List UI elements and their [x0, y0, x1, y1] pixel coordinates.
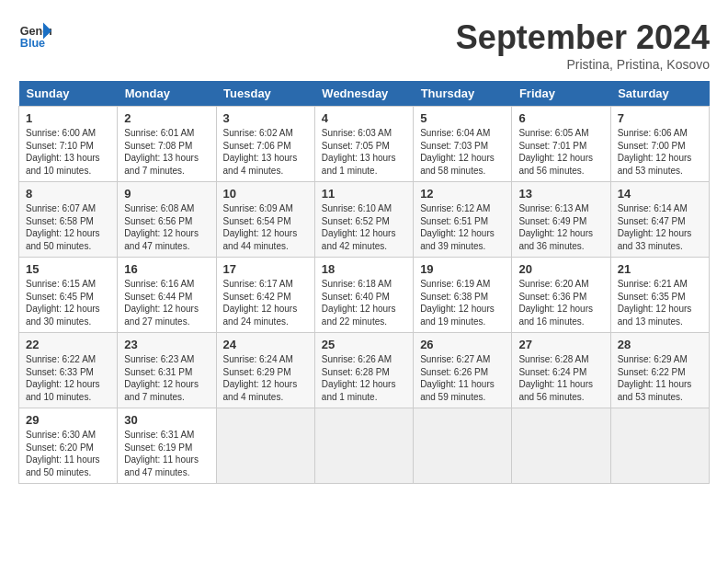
day-info: Sunrise: 6:30 AMSunset: 6:20 PMDaylight:…: [26, 429, 110, 478]
calendar-cell: 2Sunrise: 6:01 AMSunset: 7:08 PMDaylight…: [118, 107, 216, 182]
header-cell-tuesday: Tuesday: [216, 81, 314, 107]
day-info: Sunrise: 6:02 AMSunset: 7:06 PMDaylight:…: [223, 127, 308, 177]
day-info: Sunrise: 6:13 AMSunset: 6:49 PMDaylight:…: [518, 202, 603, 252]
logo: General Blue: [18, 18, 51, 52]
day-info: Sunrise: 6:12 AMSunset: 6:51 PMDaylight:…: [420, 202, 505, 252]
day-number: 28: [618, 338, 702, 351]
calendar-cell: 9Sunrise: 6:08 AMSunset: 6:56 PMDaylight…: [118, 182, 216, 258]
day-number: 5: [420, 111, 505, 125]
day-info: Sunrise: 6:08 AMSunset: 6:56 PMDaylight:…: [124, 202, 209, 252]
day-info: Sunrise: 6:05 AMSunset: 7:01 PMDaylight:…: [518, 127, 603, 177]
day-info: Sunrise: 6:20 AMSunset: 6:36 PMDaylight:…: [518, 278, 603, 327]
day-number: 27: [518, 338, 603, 351]
calendar-cell: 7Sunrise: 6:06 AMSunset: 7:00 PMDaylight…: [610, 107, 709, 182]
calendar-cell: 18Sunrise: 6:18 AMSunset: 6:40 PMDayligh…: [314, 258, 413, 333]
calendar-cell: 10Sunrise: 6:09 AMSunset: 6:54 PMDayligh…: [216, 182, 314, 258]
day-number: 16: [124, 262, 209, 276]
day-info: Sunrise: 6:29 AMSunset: 6:22 PMDaylight:…: [618, 353, 702, 403]
day-number: 11: [322, 187, 406, 201]
calendar-cell: [610, 408, 709, 484]
day-number: 29: [26, 413, 110, 427]
day-number: 21: [618, 262, 702, 276]
day-info: Sunrise: 6:17 AMSunset: 6:42 PMDaylight:…: [223, 278, 308, 327]
calendar-cell: [314, 408, 413, 484]
calendar-cell: 4Sunrise: 6:03 AMSunset: 7:05 PMDaylight…: [314, 107, 413, 182]
logo-icon: General Blue: [18, 18, 51, 52]
day-number: 13: [518, 187, 603, 201]
header-cell-sunday: Sunday: [19, 81, 118, 107]
calendar-cell: 3Sunrise: 6:02 AMSunset: 7:06 PMDaylight…: [216, 107, 314, 182]
day-number: 25: [322, 338, 406, 351]
day-info: Sunrise: 6:06 AMSunset: 7:00 PMDaylight:…: [618, 127, 702, 177]
day-number: 3: [223, 111, 308, 125]
calendar-cell: [414, 408, 512, 484]
day-info: Sunrise: 6:27 AMSunset: 6:26 PMDaylight:…: [420, 353, 505, 403]
calendar-cell: [512, 408, 610, 484]
calendar-cell: 12Sunrise: 6:12 AMSunset: 6:51 PMDayligh…: [414, 182, 512, 258]
calendar-table: SundayMondayTuesdayWednesdayThursdayFrid…: [18, 81, 710, 484]
calendar-cell: 21Sunrise: 6:21 AMSunset: 6:35 PMDayligh…: [610, 258, 709, 333]
calendar-cell: 30Sunrise: 6:31 AMSunset: 6:19 PMDayligh…: [118, 408, 216, 484]
header-cell-friday: Friday: [512, 81, 610, 107]
day-number: 2: [124, 111, 209, 125]
calendar-week-row: 22Sunrise: 6:22 AMSunset: 6:33 PMDayligh…: [19, 333, 710, 408]
day-number: 20: [518, 262, 603, 276]
calendar-week-row: 29Sunrise: 6:30 AMSunset: 6:20 PMDayligh…: [19, 408, 710, 484]
day-number: 14: [618, 187, 702, 201]
header-cell-wednesday: Wednesday: [314, 81, 413, 107]
calendar-cell: 26Sunrise: 6:27 AMSunset: 6:26 PMDayligh…: [414, 333, 512, 408]
day-info: Sunrise: 6:09 AMSunset: 6:54 PMDaylight:…: [223, 202, 308, 252]
day-info: Sunrise: 6:07 AMSunset: 6:58 PMDaylight:…: [26, 202, 110, 252]
calendar-cell: 6Sunrise: 6:05 AMSunset: 7:01 PMDaylight…: [512, 107, 610, 182]
calendar-cell: [216, 408, 314, 484]
calendar-cell: 19Sunrise: 6:19 AMSunset: 6:38 PMDayligh…: [414, 258, 512, 333]
day-number: 19: [420, 262, 505, 276]
day-info: Sunrise: 6:15 AMSunset: 6:45 PMDaylight:…: [26, 278, 110, 327]
day-info: Sunrise: 6:16 AMSunset: 6:44 PMDaylight:…: [124, 278, 209, 327]
day-number: 23: [124, 338, 209, 351]
day-info: Sunrise: 6:31 AMSunset: 6:19 PMDaylight:…: [124, 429, 209, 478]
day-number: 7: [618, 111, 702, 125]
day-number: 10: [223, 187, 308, 201]
day-number: 22: [26, 338, 110, 351]
day-number: 4: [322, 111, 406, 125]
calendar-cell: 11Sunrise: 6:10 AMSunset: 6:52 PMDayligh…: [314, 182, 413, 258]
day-info: Sunrise: 6:10 AMSunset: 6:52 PMDaylight:…: [322, 202, 406, 252]
calendar-cell: 23Sunrise: 6:23 AMSunset: 6:31 PMDayligh…: [118, 333, 216, 408]
calendar-cell: 27Sunrise: 6:28 AMSunset: 6:24 PMDayligh…: [512, 333, 610, 408]
calendar-cell: 8Sunrise: 6:07 AMSunset: 6:58 PMDaylight…: [19, 182, 118, 258]
calendar-cell: 22Sunrise: 6:22 AMSunset: 6:33 PMDayligh…: [19, 333, 118, 408]
day-number: 15: [26, 262, 110, 276]
day-number: 8: [26, 187, 110, 201]
day-info: Sunrise: 6:23 AMSunset: 6:31 PMDaylight:…: [124, 353, 209, 403]
day-number: 26: [420, 338, 505, 351]
day-number: 1: [26, 111, 110, 125]
calendar-cell: 14Sunrise: 6:14 AMSunset: 6:47 PMDayligh…: [610, 182, 709, 258]
day-number: 17: [223, 262, 308, 276]
day-info: Sunrise: 6:04 AMSunset: 7:03 PMDaylight:…: [420, 127, 505, 177]
calendar-cell: 15Sunrise: 6:15 AMSunset: 6:45 PMDayligh…: [19, 258, 118, 333]
day-number: 30: [124, 413, 209, 427]
page-header: General Blue September 2024 Pristina, Pr…: [18, 18, 710, 72]
day-info: Sunrise: 6:26 AMSunset: 6:28 PMDaylight:…: [322, 353, 406, 403]
calendar-week-row: 15Sunrise: 6:15 AMSunset: 6:45 PMDayligh…: [19, 258, 710, 333]
calendar-cell: 20Sunrise: 6:20 AMSunset: 6:36 PMDayligh…: [512, 258, 610, 333]
calendar-cell: 25Sunrise: 6:26 AMSunset: 6:28 PMDayligh…: [314, 333, 413, 408]
calendar-header-row: SundayMondayTuesdayWednesdayThursdayFrid…: [19, 81, 710, 107]
day-number: 24: [223, 338, 308, 351]
day-number: 6: [518, 111, 603, 125]
location-subtitle: Pristina, Pristina, Kosovo: [456, 57, 710, 72]
title-block: September 2024 Pristina, Pristina, Kosov…: [456, 18, 710, 72]
day-info: Sunrise: 6:14 AMSunset: 6:47 PMDaylight:…: [618, 202, 702, 252]
calendar-cell: 28Sunrise: 6:29 AMSunset: 6:22 PMDayligh…: [610, 333, 709, 408]
header-cell-thursday: Thursday: [414, 81, 512, 107]
header-cell-saturday: Saturday: [610, 81, 709, 107]
day-info: Sunrise: 6:01 AMSunset: 7:08 PMDaylight:…: [124, 127, 209, 177]
day-info: Sunrise: 6:00 AMSunset: 7:10 PMDaylight:…: [26, 127, 110, 177]
calendar-cell: 29Sunrise: 6:30 AMSunset: 6:20 PMDayligh…: [19, 408, 118, 484]
calendar-week-row: 8Sunrise: 6:07 AMSunset: 6:58 PMDaylight…: [19, 182, 710, 258]
calendar-cell: 17Sunrise: 6:17 AMSunset: 6:42 PMDayligh…: [216, 258, 314, 333]
header-cell-monday: Monday: [118, 81, 216, 107]
day-info: Sunrise: 6:19 AMSunset: 6:38 PMDaylight:…: [420, 278, 505, 327]
calendar-cell: 1Sunrise: 6:00 AMSunset: 7:10 PMDaylight…: [19, 107, 118, 182]
